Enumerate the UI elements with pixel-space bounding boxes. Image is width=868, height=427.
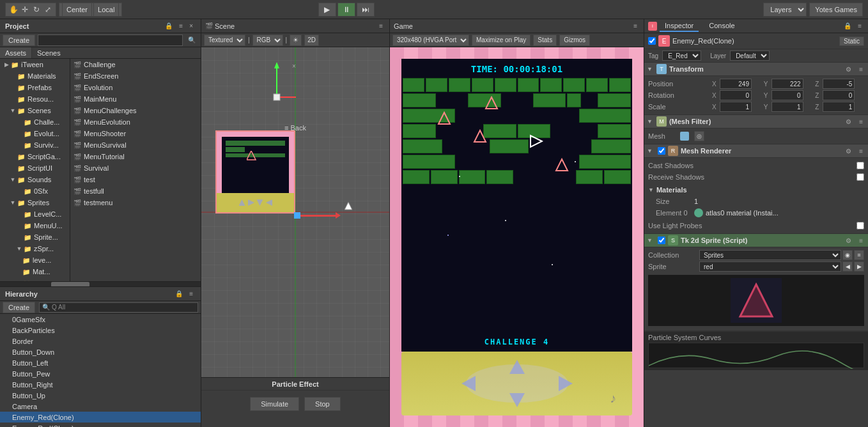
menu-btn[interactable]: ≡ <box>176 22 185 30</box>
project-search-input[interactable] <box>38 35 183 46</box>
tk2d-menu-icon[interactable]: ≡ <box>856 237 865 244</box>
tree-item-resources[interactable]: 📁 Resou... <box>0 93 70 105</box>
tree-item-materials[interactable]: 📁 Materials <box>0 70 70 82</box>
project-create-btn[interactable]: Create <box>3 35 35 46</box>
tree-item-evolution[interactable]: 📁 Evolut... <box>0 128 70 139</box>
tree-item-prefabs[interactable]: 📁 Prefabs <box>0 82 70 93</box>
scene-color-mode[interactable]: RGB <box>252 35 283 46</box>
tree-item-mat[interactable]: 📁 Mat... <box>0 266 70 277</box>
step-button[interactable]: ⏭ <box>357 3 375 17</box>
tree-item-scriptga[interactable]: 📁 ScriptGa... <box>0 151 70 162</box>
account-button[interactable]: Yotes Games <box>809 3 863 17</box>
list-item-menuchallenges[interactable]: 🎬 MenuChallenges <box>70 105 201 116</box>
tab-console[interactable]: Console <box>704 20 740 32</box>
stop-btn[interactable]: Stop <box>304 397 341 411</box>
collection-pick-btn[interactable]: ◉ <box>842 250 853 260</box>
lock-btn[interactable]: 🔒 <box>841 22 854 30</box>
layers-dropdown[interactable]: Layers <box>763 3 807 17</box>
maximize-btn[interactable]: Maximize on Play <box>472 35 531 46</box>
scale-x-input[interactable] <box>720 102 752 112</box>
hier-item-0gamesfx[interactable]: 0GameSfx <box>0 314 201 325</box>
scale-tool-icon[interactable]: ⤢ <box>43 4 53 15</box>
mesh-renderer-gear-icon[interactable]: ⚙ <box>843 148 854 155</box>
project-scrollbar-h[interactable] <box>0 281 201 286</box>
list-item-mainmenu[interactable]: 🎬 MainMenu <box>70 93 201 105</box>
list-item-menusurvival[interactable]: 🎬 MenuSurvival <box>70 139 201 151</box>
tree-item-challenge[interactable]: 📁 Challe... <box>0 116 70 128</box>
scene-view-mode[interactable]: Textured <box>204 35 245 46</box>
hier-item-button-down[interactable]: Button_Down <box>0 346 201 357</box>
sprite-prev-btn[interactable]: ◀ <box>842 261 853 272</box>
position-z-input[interactable] <box>823 79 855 89</box>
simulate-btn[interactable]: Simulate <box>250 397 299 411</box>
tk2d-enable-checkbox[interactable] <box>658 237 665 244</box>
menu-btn[interactable]: ≡ <box>631 22 640 30</box>
list-item-test[interactable]: 🎬 test <box>70 174 201 185</box>
list-item-testfull[interactable]: 🎬 testfull <box>70 185 201 197</box>
rotation-y-input[interactable] <box>771 90 803 100</box>
tree-item-0sfx[interactable]: 📁 0Sfx <box>0 185 70 197</box>
tab-inspector[interactable]: Inspector <box>660 20 699 32</box>
mesh-filter-header[interactable]: ▼ M (Mesh Filter) ⚙ ≡ <box>644 115 868 128</box>
hier-item-backparticles[interactable]: BackParticles <box>0 325 201 336</box>
hier-item-button-up[interactable]: Button_Up <box>0 390 201 401</box>
search-icon[interactable]: 🔍 <box>185 36 198 44</box>
scene-viewport[interactable]: × ≡ Back <box>201 47 389 377</box>
hier-item-button-left[interactable]: Button_Left <box>0 357 201 368</box>
game-viewport[interactable]: TIME: 00:00:18:01 <box>390 47 644 427</box>
move-tool-icon[interactable]: ✛ <box>20 4 30 15</box>
collection-edit-btn[interactable]: ≡ <box>854 250 864 260</box>
rotation-x-input[interactable] <box>720 90 752 100</box>
cast-shadows-checkbox[interactable] <box>856 162 864 169</box>
pause-button[interactable]: ⏸ <box>337 3 355 17</box>
object-enable-checkbox[interactable] <box>648 37 656 45</box>
menu-btn[interactable]: ≡ <box>376 22 385 30</box>
hier-item-button-pew[interactable]: Button_Pew <box>0 368 201 379</box>
receive-shadows-checkbox[interactable] <box>856 173 864 181</box>
play-button[interactable]: ▶ <box>318 3 336 17</box>
tree-item-survival[interactable]: 📁 Surviv... <box>0 139 70 151</box>
mesh-filter-gear-icon[interactable]: ⚙ <box>843 118 854 125</box>
list-item-survival[interactable]: 🎬 Survival <box>70 162 201 174</box>
local-btn[interactable]: Local <box>93 3 119 17</box>
sun-btn[interactable]: ☀ <box>290 35 302 46</box>
list-item-menututorial[interactable]: 🎬 MenuTutorial <box>70 151 201 162</box>
close-btn[interactable]: × <box>187 22 196 30</box>
menu-btn[interactable]: ≡ <box>855 22 864 30</box>
hier-item-enemy-red-2[interactable]: Enemy_Red(Clone) <box>0 423 201 427</box>
list-item-endscreen[interactable]: 🎬 EndScreen <box>70 70 201 82</box>
tree-item-sprite2[interactable]: 📁 Sprite... <box>0 231 70 243</box>
collection-select[interactable]: Sprites <box>699 250 841 260</box>
mesh-renderer-menu-icon[interactable]: ≡ <box>856 148 865 155</box>
hand-tool-icon[interactable]: ✋ <box>8 4 19 15</box>
list-item-menuevolution[interactable]: 🎬 MenuEvolution <box>70 116 201 128</box>
tab-assets[interactable]: Assets <box>0 47 32 58</box>
stats-btn[interactable]: Stats <box>533 35 557 46</box>
lock-btn[interactable]: 🔒 <box>173 290 185 298</box>
position-y-input[interactable] <box>771 79 803 89</box>
scale-z-input[interactable] <box>823 102 855 112</box>
tab-scenes[interactable]: Scenes <box>32 47 66 58</box>
lock-btn[interactable]: 🔒 <box>162 22 175 30</box>
tree-item-scenes[interactable]: ▼ 📁 Scenes <box>0 105 70 116</box>
static-btn[interactable]: Static <box>839 36 864 46</box>
list-item-challenge[interactable]: 🎬 Challenge <box>70 59 201 70</box>
component-gear-icon[interactable]: ⚙ <box>843 66 854 73</box>
transform-header[interactable]: ▼ T Transform ⚙ ≡ <box>644 63 868 76</box>
game-resolution[interactable]: 320x480 (HVGA Port <box>392 35 469 46</box>
tk2d-header[interactable]: ▼ S Tk 2d Sprite (Script) ⚙ ≡ <box>644 234 868 247</box>
list-item-menushooter[interactable]: 🎬 MenuShooter <box>70 128 201 139</box>
rotation-z-input[interactable] <box>823 90 855 100</box>
mesh-filter-menu-icon[interactable]: ≡ <box>856 118 865 125</box>
use-light-probes-checkbox[interactable] <box>856 222 864 229</box>
mesh-renderer-enable-checkbox[interactable] <box>658 147 665 155</box>
tag-select[interactable]: E_Red <box>662 50 701 61</box>
tree-item-levelc[interactable]: 📁 LevelC... <box>0 208 70 220</box>
tree-item-scriptui[interactable]: 📁 ScriptUI <box>0 162 70 174</box>
position-x-input[interactable] <box>720 79 752 89</box>
hier-item-border[interactable]: Border <box>0 336 201 346</box>
tree-item-zspr[interactable]: ▼ 📁 zSpr... <box>0 243 70 254</box>
tree-item-menuu[interactable]: 📁 MenuU... <box>0 220 70 231</box>
menu-btn[interactable]: ≡ <box>187 290 196 298</box>
list-item-evolution[interactable]: 🎬 Evolution <box>70 82 201 93</box>
